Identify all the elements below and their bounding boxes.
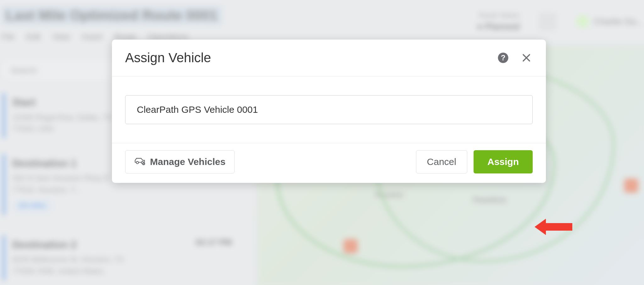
manage-vehicles-label: Manage Vehicles <box>150 156 225 167</box>
svg-text:?: ? <box>501 53 506 62</box>
svg-point-5 <box>143 163 144 164</box>
cancel-button[interactable]: Cancel <box>416 150 467 173</box>
assign-button[interactable]: Assign <box>474 150 533 173</box>
help-icon[interactable]: ? <box>497 52 509 64</box>
vehicle-input[interactable] <box>125 95 533 124</box>
close-icon[interactable] <box>520 52 533 64</box>
vehicle-settings-icon <box>134 156 146 168</box>
modal-header: Assign Vehicle ? <box>112 40 546 76</box>
modal-title: Assign Vehicle <box>125 50 497 65</box>
modal-footer: Manage Vehicles Cancel Assign <box>112 143 546 183</box>
svg-point-2 <box>136 161 138 163</box>
manage-vehicles-button[interactable]: Manage Vehicles <box>125 150 235 173</box>
assign-vehicle-modal: Assign Vehicle ? Manage Vehicles <box>112 40 546 183</box>
modal-body <box>112 76 546 143</box>
